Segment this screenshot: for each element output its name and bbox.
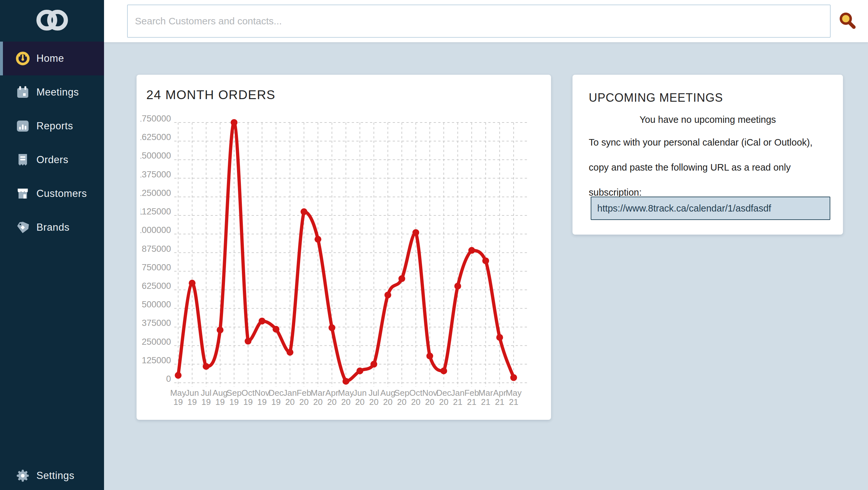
calendar-icon <box>16 85 30 99</box>
svg-text:20: 20 <box>439 397 448 407</box>
search-icon <box>838 12 856 30</box>
svg-text:21: 21 <box>467 397 476 407</box>
svg-text:Mar: Mar <box>478 388 493 398</box>
no-meetings-message: You have no upcoming meetings <box>572 115 843 125</box>
svg-text:1375000: 1375000 <box>137 170 171 179</box>
calendar-url-field[interactable] <box>591 197 830 220</box>
svg-text:20: 20 <box>300 397 309 407</box>
svg-text:19: 19 <box>257 397 267 407</box>
svg-text:500000: 500000 <box>142 300 171 309</box>
sidebar-item-label: Orders <box>36 154 68 166</box>
orders-line-chart: 0125000250000375000500000625000750000875… <box>136 75 551 420</box>
svg-text:Aug: Aug <box>380 388 395 398</box>
sidebar-bottom: Settings <box>0 459 104 490</box>
svg-text:Jun: Jun <box>353 388 367 398</box>
tag-icon <box>16 220 30 235</box>
svg-text:21: 21 <box>453 397 463 407</box>
bar-chart-icon <box>16 119 30 133</box>
storefront-icon <box>16 187 30 201</box>
sidebar-item-label: Meetings <box>36 87 79 98</box>
svg-text:May: May <box>170 388 186 398</box>
svg-text:125000: 125000 <box>142 356 171 365</box>
svg-text:May: May <box>505 388 522 398</box>
svg-text:Nov: Nov <box>254 388 270 398</box>
svg-text:19: 19 <box>272 397 281 407</box>
svg-text:625000: 625000 <box>142 281 171 291</box>
svg-text:Mar: Mar <box>311 388 326 398</box>
svg-text:875000: 875000 <box>142 244 171 254</box>
svg-text:May: May <box>338 388 354 398</box>
svg-text:Jan: Jan <box>283 388 297 398</box>
sidebar-item-meetings[interactable]: Meetings <box>0 75 104 109</box>
svg-text:21: 21 <box>495 397 504 407</box>
svg-text:20: 20 <box>369 397 379 407</box>
svg-text:Jul: Jul <box>200 388 211 398</box>
svg-text:Sep: Sep <box>226 388 242 398</box>
svg-text:20: 20 <box>411 397 421 407</box>
svg-text:1250000: 1250000 <box>137 188 171 198</box>
svg-text:Jul: Jul <box>368 388 379 398</box>
svg-text:19: 19 <box>202 397 211 407</box>
svg-text:20: 20 <box>285 397 295 407</box>
sidebar-item-label: Brands <box>36 222 69 233</box>
svg-text:0: 0 <box>166 374 171 384</box>
svg-text:20: 20 <box>355 397 365 407</box>
svg-text:21: 21 <box>509 397 519 407</box>
svg-text:20: 20 <box>328 397 337 407</box>
svg-text:Apr: Apr <box>326 388 339 398</box>
svg-text:Sep: Sep <box>394 388 409 398</box>
svg-text:Oct: Oct <box>409 388 423 398</box>
sidebar-item-home[interactable]: Home <box>0 42 104 75</box>
svg-text:Apr: Apr <box>493 388 506 398</box>
sidebar: Home Meetings Reports Orders Customers B… <box>0 0 104 490</box>
sidebar-item-reports[interactable]: Reports <box>0 109 104 143</box>
sidebar-item-label: Customers <box>36 188 87 199</box>
sidebar-nav: Home Meetings Reports Orders Customers B… <box>0 42 104 244</box>
svg-text:Aug: Aug <box>213 388 227 398</box>
svg-text:19: 19 <box>174 397 183 407</box>
svg-text:Jun: Jun <box>185 388 199 398</box>
sidebar-item-brands[interactable]: Brands <box>0 210 104 244</box>
svg-text:20: 20 <box>425 397 435 407</box>
svg-text:20: 20 <box>397 397 407 407</box>
svg-text:20: 20 <box>341 397 351 407</box>
svg-text:Feb: Feb <box>465 388 479 398</box>
receipt-icon <box>16 153 30 167</box>
search-input[interactable] <box>127 5 831 38</box>
svg-text:Dec: Dec <box>269 388 283 398</box>
sidebar-item-settings[interactable]: Settings <box>0 459 104 490</box>
orders-chart-card: 24 MONTH ORDERS 012500025000037500050000… <box>136 75 551 420</box>
svg-text:1000000: 1000000 <box>137 225 171 235</box>
svg-text:375000: 375000 <box>142 318 171 328</box>
svg-text:750000: 750000 <box>142 263 171 272</box>
svg-text:Dec: Dec <box>436 388 451 398</box>
gauge-icon <box>16 51 30 66</box>
gear-icon <box>16 468 30 483</box>
page: Home Meetings Reports Orders Customers B… <box>0 0 868 490</box>
svg-text:19: 19 <box>229 397 239 407</box>
topbar <box>104 0 868 42</box>
svg-text:19: 19 <box>244 397 253 407</box>
svg-text:Jan: Jan <box>451 388 465 398</box>
svg-text:Nov: Nov <box>422 388 437 398</box>
svg-text:19: 19 <box>188 397 197 407</box>
calendar-sync-instructions: To sync with your personal calendar (iCa… <box>589 130 819 205</box>
svg-text:19: 19 <box>216 397 225 407</box>
sidebar-item-label: Settings <box>36 470 74 482</box>
svg-text:1625000: 1625000 <box>137 132 171 142</box>
svg-text:1500000: 1500000 <box>137 151 171 161</box>
sidebar-item-customers[interactable]: Customers <box>0 177 104 210</box>
svg-text:Oct: Oct <box>242 388 255 398</box>
sidebar-item-label: Home <box>36 53 64 64</box>
search-button[interactable] <box>838 12 856 30</box>
logo-ring-right <box>47 10 68 31</box>
svg-text:21: 21 <box>481 397 491 407</box>
svg-text:1125000: 1125000 <box>137 207 171 217</box>
infinity-logo[interactable] <box>36 10 68 31</box>
svg-text:20: 20 <box>313 397 323 407</box>
svg-text:250000: 250000 <box>142 337 171 347</box>
sidebar-item-label: Reports <box>36 120 73 132</box>
svg-text:1750000: 1750000 <box>137 114 171 124</box>
sidebar-item-orders[interactable]: Orders <box>0 143 104 177</box>
upcoming-meetings-card: UPCOMING MEETINGS You have no upcoming m… <box>572 75 843 235</box>
